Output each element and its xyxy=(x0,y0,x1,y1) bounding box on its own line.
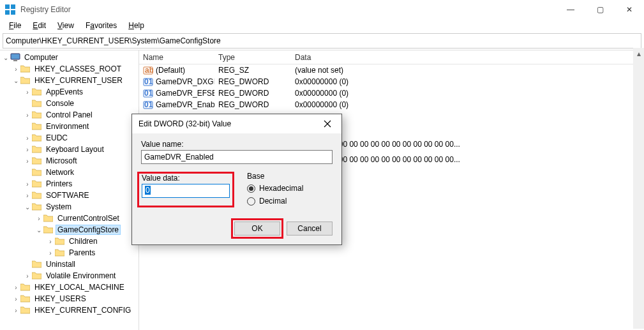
edit-dword-dialog: Edit DWORD (32-bit) Value Value name: Va… xyxy=(131,114,342,245)
expand-icon[interactable]: › xyxy=(11,66,20,73)
close-icon xyxy=(324,120,331,128)
folder-icon xyxy=(32,202,42,211)
tree-hklm[interactable]: › HKEY_LOCAL_MACHINE xyxy=(0,281,139,293)
dialog-close-button[interactable] xyxy=(320,116,335,131)
folder-icon xyxy=(32,179,42,188)
svg-text:011: 011 xyxy=(144,77,153,86)
expand-icon[interactable]: › xyxy=(23,135,32,142)
scroll-up-icon[interactable]: ▴ xyxy=(633,48,644,59)
address-bar[interactable]: Computer\HKEY_CURRENT_USER\System\GameCo… xyxy=(3,33,641,49)
tree-controlpanel[interactable]: › Control Panel xyxy=(0,109,139,121)
tree-parents[interactable]: › Parents xyxy=(0,247,139,259)
tree-network[interactable]: Network xyxy=(0,167,139,178)
dword-value-icon: 011 xyxy=(143,100,153,110)
svg-rect-4 xyxy=(11,54,20,59)
tree-hkcu[interactable]: ⌄ HKEY_CURRENT_USER xyxy=(0,75,139,86)
tree-volatile[interactable]: › Volatile Environment xyxy=(0,270,139,281)
expand-icon[interactable]: › xyxy=(11,296,20,303)
svg-rect-1 xyxy=(11,4,15,9)
col-type[interactable]: Type xyxy=(214,53,291,62)
col-data[interactable]: Data xyxy=(291,53,644,62)
titlebar: Registry Editor — ▢ ✕ xyxy=(0,0,644,19)
menu-help[interactable]: Help xyxy=(123,20,149,31)
tree-hkcr[interactable]: › HKEY_CLASSES_ROOT xyxy=(0,63,139,75)
tree-environment[interactable]: Environment xyxy=(0,121,139,132)
folder-icon xyxy=(20,306,31,315)
tree-appevents[interactable]: › AppEvents xyxy=(0,86,139,98)
expand-icon[interactable]: › xyxy=(11,284,20,291)
window-controls: — ▢ ✕ xyxy=(556,0,644,19)
minimize-button[interactable]: — xyxy=(556,0,585,19)
tree-printers[interactable]: › Printers xyxy=(0,178,139,190)
folder-icon xyxy=(43,225,54,234)
menu-edit[interactable]: Edit xyxy=(27,20,51,31)
folder-icon xyxy=(20,294,31,303)
list-row[interactable]: 011GameDVR_DXGI... REG_DWORD 0x00000000 … xyxy=(139,76,644,87)
col-name[interactable]: Name xyxy=(139,53,214,62)
expand-icon[interactable]: › xyxy=(34,215,43,222)
expand-icon[interactable]: › xyxy=(11,307,20,314)
dialog-title: Edit DWORD (32-bit) Value xyxy=(139,119,320,128)
list-row[interactable]: ab(Default) REG_SZ (value not set) xyxy=(139,64,644,76)
value-data-input[interactable]: 0 xyxy=(142,184,230,198)
folder-icon xyxy=(55,237,65,246)
radio-icon xyxy=(247,197,255,206)
list-row[interactable]: 011GameDVR_EFSE... REG_DWORD 0x00000000 … xyxy=(139,87,644,99)
expand-icon[interactable]: › xyxy=(23,112,32,119)
expand-icon[interactable]: › xyxy=(23,158,32,165)
expand-icon[interactable]: › xyxy=(23,273,32,280)
tree-keyboard[interactable]: › Keyboard Layout xyxy=(0,144,139,155)
expand-icon[interactable]: › xyxy=(46,250,55,257)
tree-root[interactable]: ⌄ Computer xyxy=(0,52,139,63)
cancel-button[interactable]: Cancel xyxy=(287,221,333,236)
expand-icon[interactable]: › xyxy=(23,192,32,199)
value-name-input[interactable] xyxy=(141,150,333,164)
computer-icon xyxy=(10,53,20,62)
folder-icon xyxy=(20,64,31,73)
expand-icon[interactable]: ⌄ xyxy=(23,204,32,211)
close-button[interactable]: ✕ xyxy=(615,0,644,19)
expand-icon[interactable]: ⌄ xyxy=(1,54,10,61)
tree-panel: ⌄ Computer › HKEY_CLASSES_ROOT ⌄ HKEY_CU… xyxy=(0,50,139,330)
tree-console[interactable]: Console xyxy=(0,98,139,109)
dword-value-icon: 011 xyxy=(143,88,153,98)
address-text: Computer\HKEY_CURRENT_USER\System\GameCo… xyxy=(6,36,221,45)
folder-icon xyxy=(32,168,42,177)
tree-ccs[interactable]: › CurrentControlSet xyxy=(0,213,139,224)
tree-eudc[interactable]: › EUDC xyxy=(0,132,139,144)
expand-icon[interactable]: › xyxy=(23,181,32,188)
menu-favorites[interactable]: Favorites xyxy=(80,20,122,31)
radio-hexadecimal[interactable]: Hexadecimal xyxy=(247,182,303,195)
expand-icon[interactable]: › xyxy=(23,146,32,153)
tree-children[interactable]: › Children xyxy=(0,236,139,247)
list-row[interactable]: 011GameDVR_Enabl... REG_DWORD 0x00000000… xyxy=(139,99,644,110)
tree-uninstall[interactable]: Uninstall xyxy=(0,259,139,270)
dword-value-icon: 011 xyxy=(143,77,153,87)
tree-gameconfigstore[interactable]: ⌄ GameConfigStore xyxy=(0,224,139,236)
maximize-button[interactable]: ▢ xyxy=(585,0,615,19)
base-label: Base xyxy=(247,172,303,181)
svg-text:011: 011 xyxy=(144,89,153,98)
tree-hkcc[interactable]: › HKEY_CURRENT_CONFIG xyxy=(0,304,139,316)
folder-icon xyxy=(32,260,42,269)
tree-system[interactable]: ⌄ System xyxy=(0,201,139,213)
expand-icon[interactable]: ⌄ xyxy=(34,227,43,234)
tree-software[interactable]: › SOFTWARE xyxy=(0,190,139,201)
tree-hku[interactable]: › HKEY_USERS xyxy=(0,293,139,304)
expand-icon[interactable]: › xyxy=(46,238,55,245)
base-group: Base Hexadecimal Decimal xyxy=(247,172,303,207)
svg-rect-3 xyxy=(11,10,15,15)
expand-icon[interactable]: › xyxy=(23,89,32,96)
folder-icon xyxy=(32,156,42,165)
tree-microsoft[interactable]: › Microsoft xyxy=(0,155,139,167)
dialog-titlebar[interactable]: Edit DWORD (32-bit) Value xyxy=(132,114,341,133)
ok-button[interactable]: OK xyxy=(234,221,280,236)
svg-text:011: 011 xyxy=(144,100,153,109)
radio-icon xyxy=(247,184,255,193)
expand-icon[interactable]: ⌄ xyxy=(11,77,20,84)
radio-decimal[interactable]: Decimal xyxy=(247,195,303,207)
vertical-scrollbar[interactable]: ▴ xyxy=(633,48,644,329)
menu-file[interactable]: File xyxy=(4,20,26,31)
menu-view[interactable]: View xyxy=(52,20,79,31)
value-data-highlight: Value data: 0 xyxy=(137,172,234,207)
